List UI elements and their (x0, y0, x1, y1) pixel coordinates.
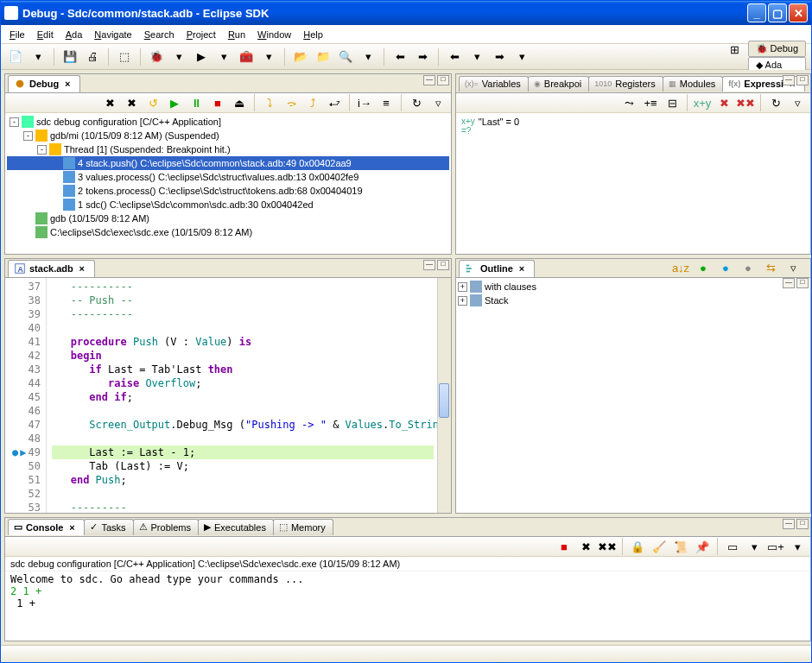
tab-editor[interactable]: A stack.adb × (8, 260, 95, 277)
tree-toggle-icon[interactable]: - (23, 131, 33, 141)
link-icon[interactable]: ⇆ (761, 259, 780, 278)
open-project-icon[interactable]: 📂 (291, 47, 310, 66)
maximize-view-icon[interactable]: □ (796, 519, 809, 529)
stack-frame[interactable]: -gdb/mi (10/15/09 8:12 AM) (Suspended) (7, 129, 449, 142)
perspective-debug[interactable]: 🐞 Debug (748, 41, 806, 57)
close-tab-icon[interactable]: × (77, 263, 87, 274)
stack-frame[interactable]: 1 sdc() C:\eclipse\Sdc\common\sdc.adb:30… (7, 198, 449, 212)
tree-toggle-icon[interactable]: + (458, 296, 467, 306)
terminate-icon[interactable]: ■ (208, 93, 227, 112)
clear-icon[interactable]: 🧹 (650, 537, 669, 556)
disconnect-icon[interactable]: ⏏ (230, 93, 249, 112)
menu-ada[interactable]: Ada (60, 28, 88, 41)
stack-frame[interactable]: C:\eclipse\Sdc\exec\sdc.exe (10/15/09 8:… (7, 225, 449, 239)
stack-frame[interactable]: 2 tokens.process() C:\eclipse\Sdc\struct… (7, 184, 449, 198)
menu-file[interactable]: File (4, 28, 30, 41)
run-icon[interactable]: ▶ (192, 47, 211, 66)
maximize-view-icon[interactable]: □ (437, 75, 449, 85)
search-icon[interactable]: 🔍 (336, 47, 355, 66)
stack-frame[interactable]: 3 values.process() C:\eclipse\Sdc\struct… (7, 170, 449, 184)
close-tab-icon[interactable]: × (517, 263, 527, 274)
minimize-view-icon[interactable]: — (783, 75, 795, 85)
code-line[interactable]: if Last = Tab'Last then (52, 363, 434, 376)
tab-executables[interactable]: ▶Executables (198, 519, 274, 535)
menu-run[interactable]: Run (223, 28, 251, 41)
remove-all-icon[interactable]: ✖✖ (598, 537, 617, 556)
code-line[interactable]: ---------- (52, 280, 434, 294)
view-menu-icon[interactable]: ▿ (783, 259, 802, 278)
new-watch-icon[interactable]: x+y (693, 93, 712, 112)
step-into-icon[interactable]: ⤵ (260, 93, 279, 112)
breakpoint-icon[interactable]: ● (12, 445, 18, 459)
step-return-icon[interactable]: ⤴ (303, 93, 322, 112)
stack-frame[interactable]: 4 stack.push() C:\eclipse\Sdc\common\sta… (7, 156, 449, 170)
close-button[interactable]: ✕ (789, 3, 808, 22)
filter-icon[interactable]: ≡ (377, 93, 396, 112)
console-output[interactable]: Welcome to sdc. Go ahead type your comma… (5, 571, 810, 641)
code-editor[interactable]: 373839404142434445464748●▶49505152535455… (5, 278, 451, 513)
print-icon[interactable]: 🖨 (83, 47, 102, 66)
stack-frame[interactable]: gdb (10/15/09 8:12 AM) (7, 212, 449, 225)
code-line[interactable]: Last := Last - 1; (52, 445, 434, 459)
binary-icon[interactable]: ⬚ (115, 47, 134, 66)
code-line[interactable]: raise Overflow; (52, 376, 434, 390)
refresh-icon[interactable]: ↻ (407, 93, 426, 112)
pin-icon[interactable]: 📌 (693, 537, 712, 556)
menu-project[interactable]: Project (181, 28, 221, 41)
new-icon[interactable]: 📄 (6, 47, 25, 66)
save-icon[interactable]: 💾 (60, 47, 79, 66)
close-tab-icon[interactable]: × (67, 522, 77, 533)
dropdown-icon[interactable]: ▾ (169, 47, 188, 66)
maximize-view-icon[interactable]: □ (796, 75, 809, 85)
display-icon[interactable]: ▭ (723, 537, 742, 556)
dropdown-icon[interactable]: ▾ (358, 47, 377, 66)
dropdown-icon[interactable]: ▾ (214, 47, 233, 66)
step-over-icon[interactable]: ⤼ (282, 93, 301, 112)
tree-toggle-icon[interactable]: - (37, 145, 47, 155)
tab-registers[interactable]: 1010Registers (588, 76, 663, 92)
show-type-icon[interactable]: ⤳ (619, 93, 638, 112)
view-menu-icon[interactable]: ▿ (788, 93, 807, 112)
code-line[interactable]: --------- (52, 501, 434, 513)
maximize-view-icon[interactable]: □ (796, 278, 809, 288)
code-line[interactable] (52, 432, 434, 445)
tab-outline[interactable]: Outline × (459, 260, 535, 277)
minimize-view-icon[interactable]: — (423, 260, 435, 270)
code-line[interactable] (52, 487, 434, 501)
tree-toggle-icon[interactable]: - (10, 117, 19, 127)
back-icon[interactable]: ⬅ (445, 47, 464, 66)
stack-frame[interactable]: -Thread [1] (Suspended: Breakpoint hit.) (7, 142, 449, 156)
forward-icon[interactable]: ➡ (490, 47, 509, 66)
resume-icon[interactable]: ▶ (165, 93, 184, 112)
ext-tools-icon[interactable]: 🧰 (237, 47, 256, 66)
menu-edit[interactable]: Edit (32, 28, 59, 41)
nav-next-icon[interactable]: ➡ (413, 47, 432, 66)
collapse-icon[interactable]: ⊟ (663, 93, 682, 112)
code-line[interactable]: begin (52, 349, 434, 363)
stack-frame[interactable]: -sdc debug configuration [C/C++ Applicat… (7, 115, 449, 129)
code-line[interactable] (52, 321, 434, 335)
tab-debug[interactable]: Debug × (8, 75, 80, 92)
filter-blue-icon[interactable]: ● (716, 259, 735, 278)
tab-variables[interactable]: (x)=Variables (459, 76, 529, 92)
open-perspective-icon[interactable]: ⊞ (726, 41, 745, 60)
menu-window[interactable]: Window (252, 28, 296, 41)
code-line[interactable]: end if; (52, 390, 434, 404)
remove-icon[interactable]: ✖ (576, 537, 595, 556)
suspend-icon[interactable]: ⏸ (187, 93, 206, 112)
maximize-button[interactable]: ▢ (768, 3, 787, 22)
code-line[interactable]: Screen_Output.Debug_Msg ("Pushing -> " &… (52, 418, 434, 432)
tab-tasks[interactable]: ✓Tasks (84, 519, 133, 535)
expression-row[interactable]: x+y=? "Last" = 0 (461, 117, 805, 136)
minimize-view-icon[interactable]: — (783, 519, 795, 529)
maximize-view-icon[interactable]: □ (437, 260, 449, 270)
terminate-icon[interactable]: ■ (555, 537, 574, 556)
tree-toggle-icon[interactable]: + (458, 282, 467, 292)
code-line[interactable]: ---------- (52, 307, 434, 321)
tab-problems[interactable]: ⚠Problems (133, 519, 199, 535)
menu-search[interactable]: Search (139, 28, 180, 41)
code-line[interactable]: -- Push -- (52, 294, 434, 307)
dropdown-icon[interactable]: ▾ (259, 47, 278, 66)
remove-icon[interactable]: ✖ (714, 93, 733, 112)
dropdown-icon[interactable]: ▾ (29, 47, 48, 66)
